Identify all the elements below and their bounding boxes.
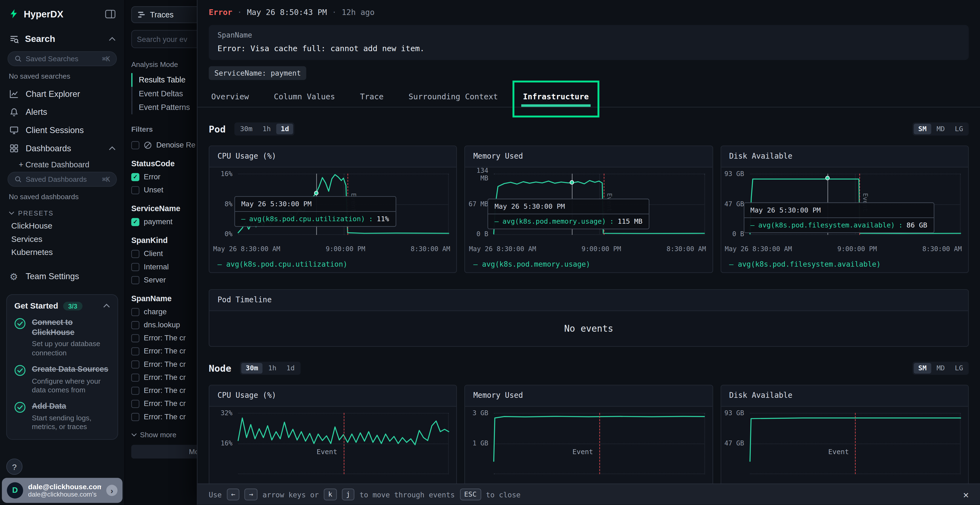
checkbox-icon[interactable] (131, 334, 139, 342)
event-search-input[interactable] (131, 30, 197, 48)
pod-timeline-empty-state: No events (209, 311, 968, 346)
checkbox-icon[interactable] (131, 308, 139, 316)
checkbox-icon[interactable] (131, 186, 139, 194)
more-filters-button[interactable]: More fil (131, 445, 197, 459)
filter-option[interactable]: Error: The cr (131, 412, 197, 421)
checkbox-icon[interactable] (131, 321, 139, 329)
filter-option[interactable]: charge (131, 308, 197, 316)
sidebar-item-team-settings[interactable]: ⚙ Team Settings (0, 267, 124, 286)
close-icon[interactable]: ✕ (963, 489, 969, 500)
pod-range-1d[interactable]: 1d (276, 124, 293, 134)
source-select-button[interactable]: Traces (131, 6, 197, 23)
checkbox-icon[interactable] (131, 262, 139, 271)
chart-title: Disk Available (721, 386, 968, 407)
checkbox-icon[interactable] (131, 386, 139, 395)
filter-option[interactable]: Error: The cr (131, 399, 197, 408)
chart-plot-area[interactable]: EventMay 26 5:30:00 PM—avg(k8s.pod.memor… (494, 173, 705, 235)
preset-services[interactable]: Services (0, 232, 124, 245)
filter-option[interactable]: Client (131, 249, 197, 258)
node-range-1h[interactable]: 1h (264, 363, 281, 373)
node-size-md[interactable]: MD (932, 363, 949, 373)
sidebar-collapse-icon[interactable] (105, 9, 116, 18)
presets-header[interactable]: PRESETS (9, 209, 116, 217)
tab-surrounding-context[interactable]: Surrounding Context (409, 86, 498, 107)
checkbox-icon[interactable] (131, 360, 139, 368)
filter-option[interactable]: ✓Error (131, 173, 197, 181)
filter-option[interactable]: dns.lookup (131, 321, 197, 329)
checkbox-icon[interactable] (131, 141, 139, 149)
filter-option[interactable]: ✓payment (131, 218, 197, 226)
checkbox-checked-icon[interactable]: ✓ (131, 173, 139, 181)
pod-size-lg[interactable]: LG (950, 124, 967, 134)
node-range-1d[interactable]: 1d (282, 363, 299, 373)
pod-size-md[interactable]: MD (932, 124, 949, 134)
checkbox-checked-icon[interactable]: ✓ (131, 218, 139, 226)
service-name-tag[interactable]: ServiceName: payment (209, 66, 307, 80)
filter-option[interactable]: Unset (131, 186, 197, 194)
saved-searches-field[interactable] (25, 55, 98, 63)
help-button[interactable]: ? (6, 459, 22, 475)
checkbox-icon[interactable] (131, 413, 139, 421)
checkbox-icon[interactable] (131, 347, 139, 355)
pod-range-1h[interactable]: 1h (258, 124, 275, 134)
analysis-mode-event-deltas[interactable]: Event Deltas (131, 87, 197, 101)
filter-option[interactable]: Error: The cr (131, 373, 197, 382)
checkbox-icon[interactable] (131, 399, 139, 408)
sidebar-item-client-sessions[interactable]: Client Sessions (0, 121, 124, 139)
sidebar-item-dashboards[interactable]: Dashboards (0, 139, 124, 157)
sidebar-item-alerts[interactable]: Alerts (0, 103, 124, 121)
pod-range-30m[interactable]: 30m (236, 124, 257, 134)
checkbox-icon[interactable] (131, 249, 139, 258)
pod-size-sm[interactable]: SM (914, 124, 931, 134)
chart-plot-area[interactable]: Event (238, 413, 449, 474)
checkbox-icon[interactable] (131, 373, 139, 381)
legend-dash-icon: — (218, 260, 222, 268)
get-started-header[interactable]: Get Started 3/3 (14, 301, 110, 310)
user-email: dale@clickhouse.com (28, 483, 101, 491)
x-axis-tick: 8:30:00 AM (922, 245, 962, 252)
filter-option[interactable]: Internal (131, 262, 197, 271)
tab-overview[interactable]: Overview (211, 86, 249, 107)
tab-infrastructure[interactable]: Infrastructure (523, 86, 589, 107)
show-more-link[interactable]: Show more (131, 431, 197, 438)
filter-option[interactable]: Server (131, 275, 197, 284)
preset-clickhouse[interactable]: ClickHouse (0, 219, 124, 232)
tab-column-values[interactable]: Column Values (274, 86, 335, 107)
filter-option[interactable]: Error: The cr (131, 347, 197, 355)
event-header: Error · May 26 8:50:43 PM · 12h ago (197, 0, 980, 24)
tooltip-timestamp: May 26 5:30:00 PM (744, 203, 934, 218)
footer-move-text: to move through events (360, 490, 455, 499)
saved-searches-input[interactable]: ⌘K (8, 51, 117, 66)
filter-option[interactable]: Error: The cr (131, 360, 197, 368)
chart-plot-area[interactable]: Event (494, 413, 705, 474)
sidebar-item-chart-explorer[interactable]: Chart Explorer (0, 85, 124, 103)
tab-trace[interactable]: Trace (360, 86, 383, 107)
denoise-toggle[interactable]: Denoise Re (131, 141, 197, 149)
legend-label: avg(k8s.pod.cpu.utilization) (226, 260, 347, 268)
chevron-up-icon[interactable] (103, 304, 110, 308)
user-account-chip[interactable]: D dale@clickhouse.com dale@clickhouse.co… (2, 478, 123, 503)
tooltip-series-value: 11% (377, 215, 389, 223)
analysis-mode-results-table[interactable]: Results Table (131, 73, 197, 87)
chevron-up-icon[interactable] (109, 37, 115, 41)
create-dashboard-button[interactable]: + Create Dashboard (0, 157, 124, 170)
node-range-30m[interactable]: 30m (242, 363, 263, 373)
node-size-sm[interactable]: SM (914, 363, 931, 373)
chart-plot-area[interactable]: EventMay 26 5:30:00 PM—avg(k8s.pod.cpu.u… (238, 173, 449, 235)
saved-dashboards-input[interactable]: ⌘K (8, 172, 117, 187)
nav-search-section[interactable]: Search (0, 27, 124, 49)
preset-kubernetes[interactable]: Kubernetes (0, 245, 124, 259)
filter-option-label: Internal (144, 262, 169, 271)
saved-dashboards-field[interactable] (25, 176, 98, 183)
chart-plot-area[interactable]: EventMay 26 5:30:00 PM—avg(k8s.pod.files… (750, 173, 960, 235)
filter-option[interactable]: Error: The cr (131, 333, 197, 342)
chart-plot-area[interactable]: Event (750, 413, 960, 474)
right-arrow-key: → (245, 488, 258, 500)
analysis-mode-event-patterns[interactable]: Event Patterns (131, 101, 197, 114)
y-axis-tick: 0 B (722, 231, 744, 238)
shortcut-hint: ⌘K (102, 55, 110, 63)
filter-option[interactable]: Error: The cr (131, 386, 197, 395)
node-size-lg[interactable]: LG (950, 363, 967, 373)
checkbox-icon[interactable] (131, 276, 139, 284)
j-key: j (342, 488, 355, 500)
